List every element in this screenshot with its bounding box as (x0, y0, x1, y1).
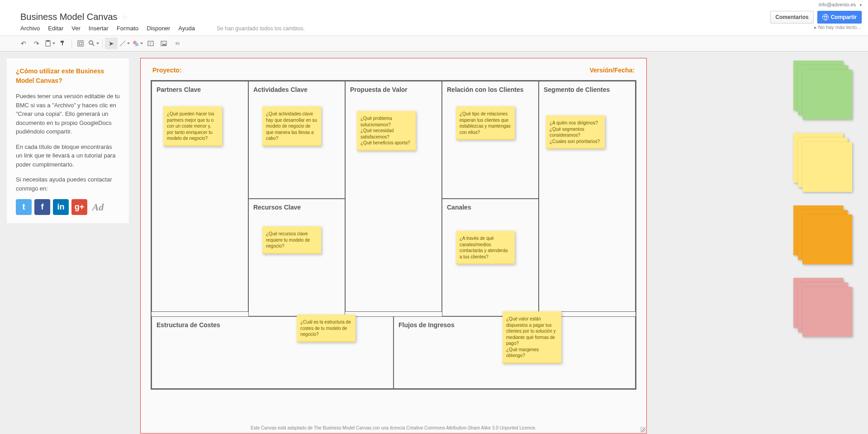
note-revenue[interactable]: ¿Qué valor están dispuestos a pagar tus … (503, 311, 561, 363)
document-title[interactable]: Business Model Canvas (20, 12, 118, 22)
note-value[interactable]: ¿Qué problema solucionamos? ¿Qué necesid… (357, 111, 416, 151)
account-email: info@advenio.es (819, 2, 856, 7)
svg-point-4 (89, 41, 93, 44)
menu-formato[interactable]: Formato (117, 25, 138, 32)
block-value-title: Propuesta de Valor (350, 86, 437, 93)
readers-status[interactable]: No hay más lecto… (814, 24, 862, 30)
sticky-stack-orange[interactable] (793, 205, 852, 264)
block-revenue[interactable]: Flujos de Ingresos ¿Qué valor están disp… (394, 316, 636, 389)
note-channels[interactable]: ¿A través de qué canales/medios contacta… (456, 231, 515, 264)
comments-button[interactable]: Comentarios (770, 11, 813, 24)
fit-button[interactable] (74, 38, 87, 49)
block-segments[interactable]: Segmento de Clientes ¿A quién nos dirigi… (539, 81, 636, 312)
note-segments[interactable]: ¿A quién nos dirigimos? ¿Qué segmentos c… (546, 115, 605, 149)
canvas-footer: Este Canvas está adaptado de The Busines… (141, 425, 646, 430)
help-title: ¿Cómo utilizar este Business Model Canva… (16, 67, 120, 86)
paint-format-button[interactable] (57, 38, 69, 49)
twitter-icon[interactable]: t (16, 199, 32, 215)
svg-rect-8 (135, 43, 138, 46)
menu-ver[interactable]: Ver (71, 25, 81, 32)
block-partners-title: Partners Clave (157, 86, 243, 93)
help-p2: En cada título de bloque encontrarás un … (16, 143, 120, 169)
shape-tool[interactable] (131, 38, 144, 49)
help-card: ¿Cómo utilizar este Business Model Canva… (6, 58, 129, 224)
line-tool[interactable] (118, 38, 131, 49)
svg-line-6 (120, 41, 125, 46)
chevron-down-icon: ▼ (859, 3, 863, 7)
canvas-frame[interactable]: Proyecto: Versión/Fecha: Partners Clave … (140, 58, 647, 434)
block-resources[interactable]: Recursos Clave ¿Qué recursos clave requi… (248, 199, 345, 316)
note-activities[interactable]: ¿Qué actividades clave hay que desarroll… (262, 106, 321, 146)
block-relations-title: Relación con los Clientes (447, 86, 534, 93)
block-segments-title: Segmento de Clientes (544, 86, 631, 93)
note-relations[interactable]: ¿Qué tipo de relaciones esperan tus clie… (456, 106, 515, 140)
block-channels-title: Canales (447, 204, 534, 211)
project-label: Proyecto: (152, 67, 182, 74)
save-status: Se han guardado todos los cambios. (217, 25, 305, 32)
svg-text:T: T (149, 42, 152, 46)
menu-editar[interactable]: Editar (48, 25, 63, 32)
sticky-palette (778, 52, 868, 434)
note-partners[interactable]: ¿Qué pueden hacer los partners mejor que… (163, 106, 222, 146)
block-activities-title: Actividades Clave (253, 86, 340, 93)
link-tool[interactable] (171, 38, 183, 49)
resize-handle-icon[interactable] (640, 427, 645, 432)
menu-insertar[interactable]: Insertar (89, 25, 109, 32)
menu-bar: Archivo Editar Ver Insertar Formato Disp… (20, 22, 859, 35)
share-button[interactable]: Compartir (817, 11, 862, 24)
help-p1: Puedes tener una versión editable de tu … (16, 92, 120, 136)
toolbar: ↶ ↷ ➤ T (0, 35, 868, 52)
share-label: Compartir (831, 14, 857, 20)
sticky-stack-yellow[interactable] (793, 133, 852, 192)
star-icon[interactable]: ☆ (121, 13, 128, 21)
block-costs[interactable]: Estructura de Costes ¿Cuál es la estruct… (152, 316, 394, 389)
account-menu[interactable]: info@advenio.es ▼ (0, 0, 868, 8)
undo-button[interactable]: ↶ (17, 38, 30, 49)
textbox-tool[interactable]: T (144, 38, 157, 49)
select-tool[interactable]: ➤ (105, 38, 118, 49)
clipboard-button[interactable] (43, 38, 56, 49)
image-tool[interactable] (157, 38, 170, 49)
block-channels[interactable]: Canales ¿A través de qué canales/medios … (442, 199, 539, 316)
svg-line-5 (92, 44, 94, 46)
note-costs[interactable]: ¿Cuál es la estructura de costes de tu m… (297, 315, 356, 342)
sticky-stack-pink[interactable] (793, 278, 852, 337)
block-activities[interactable]: Actividades Clave ¿Qué actividades clave… (248, 81, 345, 199)
help-p3: Si necesitas ayuda puedes contactar conm… (16, 175, 120, 193)
menu-disponer[interactable]: Disponer (147, 25, 170, 32)
menu-archivo[interactable]: Archivo (20, 25, 40, 32)
advenio-icon[interactable]: Ad (90, 199, 106, 215)
redo-button[interactable]: ↷ (30, 38, 43, 49)
version-label: Versión/Fecha: (589, 67, 635, 74)
block-resources-title: Recursos Clave (253, 204, 340, 211)
facebook-icon[interactable]: f (34, 199, 50, 215)
googleplus-icon[interactable]: g+ (71, 199, 87, 215)
sticky-stack-green[interactable] (793, 61, 852, 119)
svg-rect-3 (79, 42, 82, 45)
block-relations[interactable]: Relación con los Clientes ¿Qué tipo de r… (442, 81, 539, 199)
linkedin-icon[interactable]: in (53, 199, 69, 215)
globe-icon (822, 14, 829, 20)
block-value[interactable]: Propuesta de Valor ¿Qué problema solucio… (345, 81, 442, 312)
svg-rect-2 (78, 41, 83, 46)
menu-ayuda[interactable]: Ayuda (178, 25, 195, 32)
svg-rect-1 (47, 40, 49, 42)
block-partners[interactable]: Partners Clave ¿Qué pueden hacer los par… (152, 81, 248, 312)
note-resources[interactable]: ¿Qué recursos clave requiere tu modelo d… (262, 226, 321, 254)
zoom-button[interactable] (87, 38, 100, 49)
svg-point-12 (162, 43, 163, 43)
